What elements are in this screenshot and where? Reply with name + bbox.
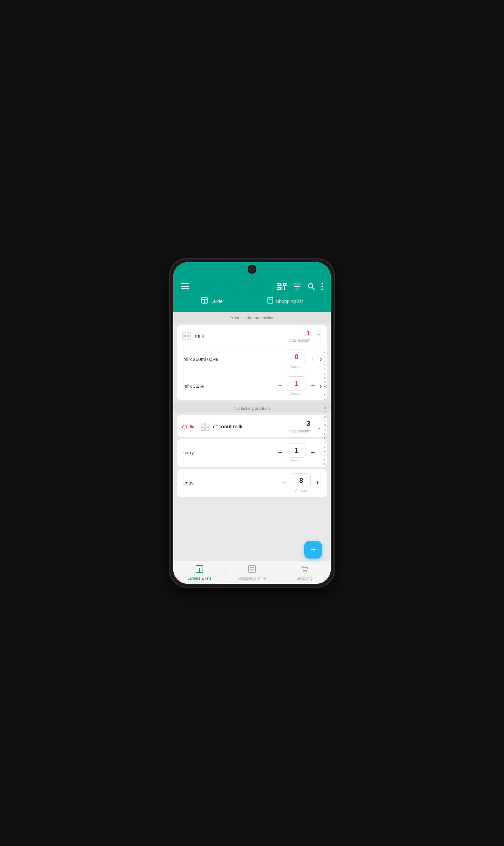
coconut-card-header[interactable]: ◯ -5d coconut milk 3 Tot <box>177 415 327 437</box>
app-header: Larder Shopping list <box>173 280 331 312</box>
not-lacking-section-label: Not lacking products <box>173 402 331 413</box>
product-name-milk-32: milk 3,2% <box>183 383 276 389</box>
svg-rect-5 <box>278 287 280 290</box>
camera-dot <box>249 266 255 272</box>
phone-shell: Larder Shopping list <box>170 259 334 587</box>
svg-point-45 <box>306 571 307 572</box>
stepper-milk-250ml: − 0 Amount + <box>276 350 317 369</box>
menu-icon[interactable] <box>181 283 189 290</box>
stepper-value-curry: 1 <box>287 443 306 458</box>
expiry-text: -5d <box>188 424 195 429</box>
nav-shopping-planner[interactable]: Shopping planner <box>226 562 278 583</box>
milk-card-chevron-up[interactable]: ⌃ <box>317 332 322 340</box>
svg-rect-34 <box>206 423 209 426</box>
spacer-1 <box>177 370 327 373</box>
stepper-label-milk-32: Amount <box>290 391 302 395</box>
svg-rect-26 <box>268 298 273 303</box>
milk-card-title: milk <box>195 333 285 339</box>
barcode-scan-icon[interactable] <box>277 282 287 290</box>
stepper-label-milk-250ml: Amount <box>290 365 302 369</box>
stepper-curry: − 1 Amount + <box>276 443 317 462</box>
decrement-milk-32[interactable]: − <box>276 382 285 390</box>
spacer-4 <box>177 494 327 497</box>
svg-point-21 <box>322 286 323 287</box>
svg-rect-33 <box>201 423 204 426</box>
shopping-planner-icon <box>248 565 256 575</box>
svg-rect-0 <box>181 283 189 284</box>
coconut-category-icon <box>201 423 209 431</box>
camera-notch <box>248 265 256 274</box>
svg-rect-1 <box>181 286 189 287</box>
stepper-milk-32: − 1 Amount + <box>276 376 317 395</box>
header-icons-right <box>277 282 323 290</box>
tab-shopping-list-label: Shopping list <box>276 299 303 304</box>
coconut-card-chevron-down[interactable]: ⌄ <box>317 423 322 430</box>
svg-line-19 <box>312 288 315 290</box>
filter-icon[interactable] <box>293 283 301 290</box>
svg-point-22 <box>322 289 323 290</box>
increment-milk-250ml[interactable]: + <box>308 355 317 364</box>
add-fab[interactable]: + <box>304 541 322 559</box>
arrow-milk-250ml[interactable]: › <box>320 355 322 363</box>
decrement-curry[interactable]: − <box>276 448 285 457</box>
product-row-curry: curry − 1 Amount + › <box>177 439 327 463</box>
svg-rect-4 <box>284 283 286 286</box>
svg-rect-31 <box>183 337 186 340</box>
milk-card-total: 1 Total amount <box>289 329 310 343</box>
nav-label-shopping: Shopping <box>296 576 312 581</box>
arrow-milk-32[interactable]: › <box>320 382 322 390</box>
larder-icon <box>201 297 208 305</box>
milk-category-icon <box>182 332 191 340</box>
coconut-milk-card: ◯ -5d coconut milk 3 Tot <box>177 415 327 437</box>
larders-lists-icon <box>195 565 203 575</box>
stepper-eggs: − 8 Amount + <box>280 473 322 492</box>
nav-label-larders-lists: Larders & lists <box>187 576 211 581</box>
phone-screen: Larder Shopping list <box>173 262 331 584</box>
milk-card-header[interactable]: milk 1 Total amount ⌃ <box>177 325 327 346</box>
bottom-nav: Larders & lists Shopping planner <box>173 561 331 584</box>
nav-larders-lists[interactable]: Larders & lists <box>173 562 226 583</box>
alphabet-sidebar: # A B C D E F G H I J K L M N O P Q R S … <box>324 351 327 466</box>
tab-larder-label: Larder <box>211 299 224 304</box>
arrow-curry[interactable]: › <box>320 449 322 456</box>
clock-icon: ◯ <box>182 424 187 429</box>
product-row-milk-32: milk 3,2% − 1 Amount + › <box>177 373 327 396</box>
coconut-card-total: 3 Total amount <box>289 420 310 434</box>
shopping-icon <box>301 565 309 575</box>
stepper-value-eggs: 8 <box>292 473 311 488</box>
spacer-2 <box>177 396 327 400</box>
spacer-3 <box>177 463 327 467</box>
svg-point-20 <box>322 283 323 285</box>
tab-larder[interactable]: Larder <box>196 295 229 307</box>
decrement-milk-250ml[interactable]: − <box>276 355 285 364</box>
nav-shopping[interactable]: Shopping <box>278 562 331 583</box>
increment-milk-32[interactable]: + <box>308 382 317 390</box>
coconut-total-amount: 3 <box>289 420 310 428</box>
expiry-badge: ◯ -5d <box>182 424 195 429</box>
shopping-list-icon <box>267 297 273 305</box>
fab-icon: + <box>310 544 316 556</box>
more-options-icon[interactable] <box>321 283 323 290</box>
bottom-spacer <box>173 499 331 525</box>
increment-eggs[interactable]: + <box>313 478 322 487</box>
product-row-milk-250ml: milk 250ml 0,5% − 0 Amount + › <box>177 347 327 370</box>
nav-label-shopping-planner: Shopping planner <box>237 576 267 581</box>
stepper-value-wrap-curry: 1 Amount <box>287 443 306 462</box>
milk-total-amount: 1 <box>289 329 310 337</box>
svg-point-18 <box>308 284 313 288</box>
product-row-eggs: eggs − 8 Amount + <box>177 469 327 494</box>
lacking-section-label: Products that are lacking <box>173 312 331 323</box>
search-icon[interactable] <box>307 283 315 290</box>
stepper-value-wrap-milk-250ml: 0 Amount <box>287 350 306 369</box>
svg-rect-35 <box>201 427 204 430</box>
product-name-milk-250ml: milk 250ml 0,5% <box>183 356 276 362</box>
coconut-total-label: Total amount <box>289 429 310 434</box>
svg-rect-32 <box>187 337 190 340</box>
tab-bar: Larder Shopping list <box>180 295 324 307</box>
increment-curry[interactable]: + <box>308 448 317 457</box>
coconut-card-title: coconut milk <box>213 424 285 430</box>
main-content: Products that are lacking milk <box>173 312 331 561</box>
decrement-eggs[interactable]: − <box>280 478 289 487</box>
svg-rect-3 <box>278 283 280 286</box>
tab-shopping-list[interactable]: Shopping list <box>262 295 308 307</box>
